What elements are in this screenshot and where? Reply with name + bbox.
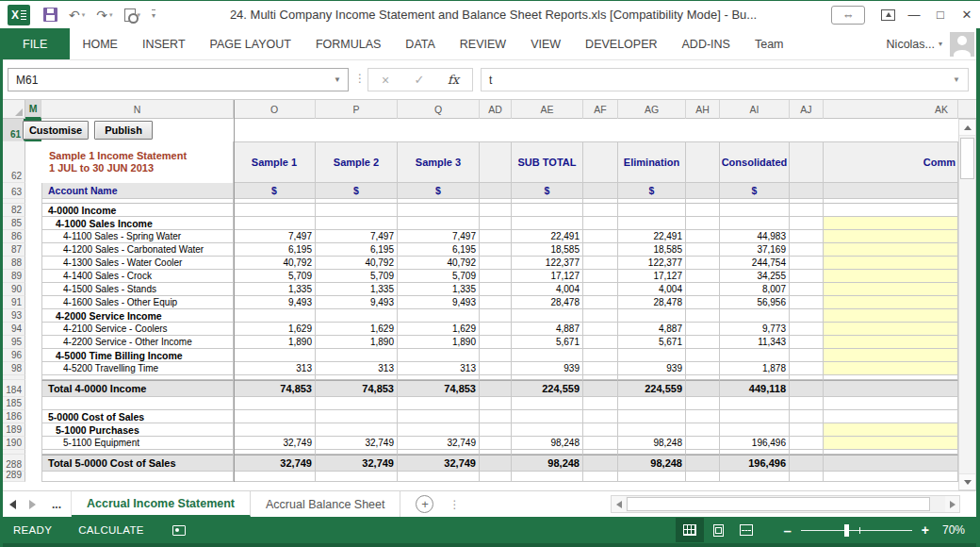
user-caret-icon[interactable]: ▾ <box>939 40 942 48</box>
cell-comment-184[interactable] <box>824 380 958 397</box>
cell-comment-86[interactable] <box>824 230 958 243</box>
cell-AG-87[interactable]: 18,585 <box>618 243 686 257</box>
column-header-AH[interactable]: AH <box>686 100 720 119</box>
cell-AI-91[interactable]: 56,956 <box>720 296 790 309</box>
cell-AJ-184[interactable] <box>790 380 824 397</box>
cell-Q-91[interactable]: 9,493 <box>398 296 480 309</box>
column-header-Q[interactable]: Q <box>398 100 480 119</box>
cell-Q-87[interactable]: 6,195 <box>398 243 480 257</box>
cell-AH-95[interactable] <box>686 336 720 349</box>
cell-O-89[interactable]: 5,709 <box>234 270 316 283</box>
ribbon-tab-developer[interactable]: DEVELOPER <box>573 28 669 59</box>
formula-expand-icon[interactable]: ▼ <box>945 75 968 84</box>
cell-account-89[interactable]: 4-1400 Sales - Crock <box>41 270 234 283</box>
spacer-cell[interactable] <box>583 183 618 199</box>
cell-AH-96[interactable] <box>686 349 720 362</box>
cell-AF-90[interactable] <box>583 283 618 296</box>
cell-AH-190[interactable] <box>686 437 720 450</box>
name-box[interactable]: M61 ▼ <box>8 68 349 91</box>
undo-button[interactable]: ↶▾ <box>69 8 85 23</box>
cell-AJ-186[interactable] <box>790 410 824 423</box>
cell-account-87[interactable]: 4-1200 Sales - Carbonated Water <box>41 243 234 257</box>
column-header-AK[interactable]: AK <box>824 100 958 119</box>
ribbon-tab-formulas[interactable]: FORMULAS <box>303 28 393 59</box>
row-header-62[interactable]: 62 <box>3 141 25 183</box>
column-header-P[interactable]: P <box>316 100 398 119</box>
cell-account-98[interactable]: 4-5200 Travelling Time <box>41 362 234 375</box>
zoom-slider[interactable] <box>801 530 912 531</box>
cell-AF-82[interactable] <box>583 204 618 217</box>
cell-P-185[interactable] <box>316 397 398 410</box>
user-avatar[interactable] <box>950 32 974 57</box>
cell-AH-89[interactable] <box>686 270 720 283</box>
cell-AI-82[interactable] <box>720 204 790 217</box>
cell-O-185[interactable] <box>234 397 316 410</box>
cell-AH-189[interactable] <box>686 423 720 437</box>
cell-Q-88[interactable]: 40,792 <box>398 257 480 270</box>
currency-cell[interactable]: $ <box>316 183 398 199</box>
cell-P-82[interactable] <box>316 204 398 217</box>
insert-function-icon[interactable]: fx <box>436 73 470 87</box>
cell-AE-85[interactable] <box>512 217 583 230</box>
cell-AI-94[interactable]: 9,773 <box>720 323 790 336</box>
cell-account-186[interactable]: 5-0000 Cost of Sales <box>41 410 234 423</box>
cell-m289[interactable] <box>25 472 41 482</box>
account-chip[interactable]: Nicolas... ▾ <box>887 28 980 59</box>
row-header-86[interactable]: 86 <box>3 230 25 243</box>
cell-AJ-289[interactable] <box>790 472 824 482</box>
cell-comment-98[interactable] <box>824 362 958 375</box>
cell-account-189[interactable]: 5-1000 Purchases <box>41 423 234 437</box>
cell-AF-91[interactable] <box>583 296 618 309</box>
cell-AF-96[interactable] <box>583 349 618 362</box>
cell-AD-186[interactable] <box>480 410 512 423</box>
cell-AJ-95[interactable] <box>790 336 824 349</box>
cell-P-190[interactable]: 32,749 <box>316 437 398 450</box>
cell-account-86[interactable]: 4-1100 Sales - Spring Water <box>41 230 234 243</box>
cell-Q-85[interactable] <box>398 217 480 230</box>
cell-O-90[interactable]: 1,335 <box>234 283 316 296</box>
header-comments[interactable]: Comm <box>824 141 958 183</box>
row-header-93[interactable]: 93 <box>3 309 25 323</box>
cell-P-93[interactable] <box>316 309 398 323</box>
cell-AE-86[interactable]: 22,491 <box>512 230 583 243</box>
cell-O-95[interactable]: 1,890 <box>234 336 316 349</box>
cell-AE-91[interactable]: 28,478 <box>512 296 583 309</box>
cell-P-288[interactable]: 32,749 <box>316 455 398 472</box>
cell-AH-86[interactable] <box>686 230 720 243</box>
cell-AD-184[interactable] <box>480 380 512 397</box>
cell-m93[interactable] <box>25 309 41 323</box>
cell-AI-186[interactable] <box>720 410 790 423</box>
column-header-AI[interactable]: AI <box>720 100 790 119</box>
cell-AE-95[interactable]: 5,671 <box>512 336 583 349</box>
ribbon-tab-home[interactable]: HOME <box>70 28 130 59</box>
ribbon-display-options-button[interactable] <box>874 4 901 26</box>
cell-AG-90[interactable]: 4,004 <box>618 283 686 296</box>
cell-m87[interactable] <box>25 243 41 257</box>
cell-AJ-88[interactable] <box>790 257 824 270</box>
cell-O-85[interactable] <box>234 217 316 230</box>
cell-comment-288[interactable] <box>824 455 958 472</box>
zoom-in-button[interactable]: + <box>922 522 929 538</box>
row-header-88[interactable]: 88 <box>3 257 25 270</box>
column-header-AE[interactable]: AE <box>512 100 583 119</box>
cell-AG-95[interactable]: 5,671 <box>618 336 686 349</box>
cell-AG-89[interactable]: 17,127 <box>618 270 686 283</box>
cell-m63[interactable] <box>25 183 41 199</box>
redo-button[interactable]: ↷▾ <box>96 8 112 23</box>
cell-Q-93[interactable] <box>398 309 480 323</box>
cell-Q-190[interactable]: 32,749 <box>398 437 480 450</box>
cell-AE-96[interactable] <box>512 349 583 362</box>
cell-AJ-190[interactable] <box>790 437 824 450</box>
cell-m184[interactable] <box>25 380 41 397</box>
cell-AI-87[interactable]: 37,169 <box>720 243 790 257</box>
cell-AI-189[interactable] <box>720 423 790 437</box>
cell-AE-88[interactable]: 122,377 <box>512 257 583 270</box>
cell-AD-85[interactable] <box>480 217 512 230</box>
column-header-O[interactable]: O <box>234 100 316 119</box>
cell-AF-86[interactable] <box>583 230 618 243</box>
cell-m89[interactable] <box>25 270 41 283</box>
spacer-cell[interactable] <box>790 183 824 199</box>
cell-AI-98[interactable]: 1,878 <box>720 362 790 375</box>
cell-AI-93[interactable] <box>720 309 790 323</box>
cell-AF-95[interactable] <box>583 336 618 349</box>
